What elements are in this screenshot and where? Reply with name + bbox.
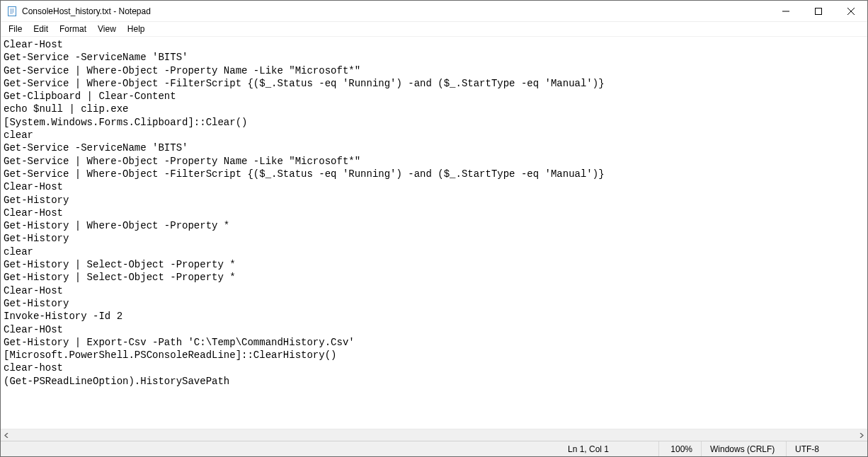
- status-zoom: 100%: [658, 441, 701, 456]
- close-icon: [847, 8, 855, 15]
- scroll-right-arrow-icon[interactable]: [855, 429, 867, 441]
- menubar: File Edit Format View Help: [1, 22, 867, 36]
- text-editor[interactable]: Clear-Host Get-Service -ServiceName 'BIT…: [1, 37, 867, 429]
- minimize-icon: [782, 8, 789, 15]
- menu-view[interactable]: View: [93, 23, 121, 35]
- statusbar: Ln 1, Col 1 100% Windows (CRLF) UTF-8: [1, 441, 867, 456]
- menu-file[interactable]: File: [4, 23, 27, 35]
- status-line-ending: Windows (CRLF): [701, 441, 786, 456]
- menu-edit[interactable]: Edit: [28, 23, 53, 35]
- menu-help[interactable]: Help: [122, 23, 150, 35]
- status-cursor-position: Ln 1, Col 1: [559, 441, 658, 456]
- maximize-button[interactable]: [802, 1, 835, 21]
- scrollbar-track[interactable]: [13, 429, 855, 441]
- window-controls: [770, 1, 867, 21]
- editor-area: Clear-Host Get-Service -ServiceName 'BIT…: [1, 36, 867, 441]
- window-title: ConsoleHost_history.txt - Notepad: [22, 6, 151, 16]
- titlebar: ConsoleHost_history.txt - Notepad: [1, 1, 867, 22]
- close-button[interactable]: [835, 1, 867, 21]
- status-encoding: UTF-8: [786, 441, 867, 456]
- menu-format[interactable]: Format: [55, 23, 91, 35]
- horizontal-scrollbar[interactable]: [1, 429, 867, 441]
- minimize-button[interactable]: [770, 1, 802, 21]
- maximize-icon: [815, 8, 822, 15]
- svg-rect-0: [8, 6, 16, 16]
- scroll-left-arrow-icon[interactable]: [1, 429, 13, 441]
- notepad-icon: [6, 6, 18, 17]
- svg-rect-6: [816, 8, 822, 14]
